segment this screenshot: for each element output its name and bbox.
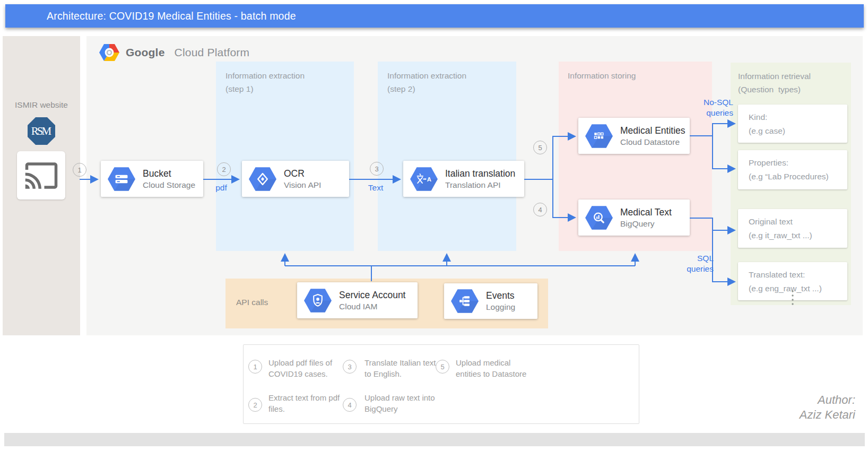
node-title: Medical Text — [620, 206, 672, 218]
step-badge-4: 4 — [533, 203, 547, 216]
node-service-account-iam: Service Account Cloud IAM — [297, 282, 418, 318]
step-badge-5: 5 — [533, 141, 547, 154]
legend-badge-4: 4 — [343, 398, 357, 412]
legend-item-1: Upload pdf files of COVID19 cases. — [268, 357, 353, 379]
retrieval-card-kind: Kind: (e.g case) — [738, 105, 847, 143]
node-subtitle: Translation API — [445, 179, 515, 190]
node-ocr-vision-api: OCR Vision API — [242, 161, 349, 197]
retrieval-card-translated-text: Translated text: (e.g eng_raw_txt ...) — [738, 262, 847, 300]
flow-label-sql-queries: SQL queries — [665, 253, 714, 274]
legend-box: 1 Upload pdf files of COVID19 cases. 2 E… — [243, 344, 639, 424]
node-title: Italian translation — [445, 168, 515, 179]
node-subtitle: Vision API — [284, 179, 321, 190]
flow-label-pdf: pdf — [210, 183, 233, 193]
retrieval-card-line2: (e.g eng_raw_txt ...) — [749, 282, 847, 296]
node-subtitle: BigQuery — [620, 218, 672, 229]
ismir-monogram: RSM — [31, 125, 51, 138]
retrieval-card-line2: (e.g it_raw_txt ...) — [749, 229, 847, 242]
node-medical-text-bigquery: Medical Text BigQuery — [578, 200, 690, 236]
retrieval-card-line1: Properties: — [749, 156, 847, 170]
bottom-bar — [4, 433, 865, 446]
node-medical-entities-datastore: Medical Entities Cloud Datastore — [578, 118, 690, 154]
cloud-storage-icon — [107, 167, 136, 192]
ismir-website-label: ISMIR website — [3, 100, 80, 110]
legend-badge-3: 3 — [343, 360, 357, 374]
flow-label-text: Text — [363, 183, 388, 193]
cloud-datastore-icon — [585, 124, 613, 149]
zone-storing-title: Information storing — [568, 69, 712, 82]
legend-item-2: Extract text from pdf files. — [268, 392, 353, 414]
cloud-iam-icon — [303, 288, 332, 313]
step-badge-3: 3 — [370, 162, 384, 176]
node-subtitle: Cloud Datastore — [620, 136, 685, 148]
retrieval-card-line1: Original text — [749, 215, 847, 229]
gcp-hexagon-icon — [99, 44, 120, 62]
node-title: Bucket — [143, 168, 195, 179]
legend-badge-2: 2 — [248, 398, 262, 412]
vision-api-icon — [248, 167, 277, 192]
cast-icon — [24, 158, 59, 193]
title-banner: Architecture: COVID19 Medical Entities -… — [5, 4, 864, 28]
zone-retrieval-title: Information retrieval — [738, 70, 851, 83]
zone-retrieval-sub: (Question types) — [738, 83, 851, 96]
bigquery-icon — [585, 205, 613, 230]
node-subtitle: Logging — [486, 301, 515, 313]
node-title: Medical Entities — [620, 125, 685, 136]
diagram-title: Architecture: COVID19 Medical Entities -… — [5, 10, 296, 22]
logging-icon — [450, 289, 479, 314]
svg-text:A: A — [427, 176, 431, 182]
gcp-logo-google: Google — [126, 46, 165, 59]
node-subtitle: Cloud IAM — [339, 301, 405, 312]
zone-step2-title: Information extraction — [387, 69, 516, 82]
retrieval-card-line1: Kind: — [749, 110, 847, 124]
flow-label-nosql-queries: No-SQL queries — [682, 97, 733, 118]
node-italian-translation-api: A Italian translation Translation API — [403, 161, 524, 197]
node-title: Events — [486, 290, 515, 301]
retrieval-card-properties: Properties: (e.g “Lab Procedures) — [738, 150, 847, 189]
step-badge-1: 1 — [73, 163, 86, 177]
author-credit: Author: Aziz Ketari — [800, 393, 855, 422]
zone-extraction-step1: Information extraction (step 1) — [216, 62, 354, 251]
website-card — [17, 151, 65, 200]
gcp-logo: GoogleCloud Platform — [99, 44, 249, 62]
retrieval-card-line2: (e.g “Lab Procedures) — [749, 170, 847, 184]
zone-extraction-step2: Information extraction (step 2) — [378, 62, 516, 251]
translation-api-icon: A — [410, 167, 438, 192]
node-events-logging: Events Logging — [444, 283, 537, 319]
legend-badge-1: 1 — [248, 360, 262, 374]
zone-step1-title: Information extraction — [225, 69, 354, 82]
legend-item-4: Upload raw text into BigQuery — [364, 392, 449, 414]
step-badge-2: 2 — [217, 162, 231, 176]
node-title: OCR — [284, 168, 321, 179]
node-subtitle: Cloud Storage — [143, 179, 195, 190]
architecture-diagram: Architecture: COVID19 Medical Entities -… — [0, 0, 868, 451]
node-title: Service Account — [339, 289, 405, 301]
zone-step1-sub: (step 1) — [225, 82, 354, 96]
legend-item-5: Upload medical entities to Datastore — [456, 357, 541, 379]
gcp-logo-cloud-platform: Cloud Platform — [175, 46, 250, 59]
ismir-rsm-logo: RSM — [28, 117, 55, 145]
legend-badge-5: 5 — [436, 360, 449, 374]
retrieval-card-original-text: Original text (e.g it_raw_txt ...) — [738, 209, 847, 248]
retrieval-card-line2: (e.g case) — [749, 124, 847, 138]
node-bucket-cloud-storage: Bucket Cloud Storage — [101, 161, 203, 197]
zone-step2-sub: (step 2) — [387, 82, 516, 96]
retrieval-card-line1: Translated text: — [749, 268, 847, 282]
